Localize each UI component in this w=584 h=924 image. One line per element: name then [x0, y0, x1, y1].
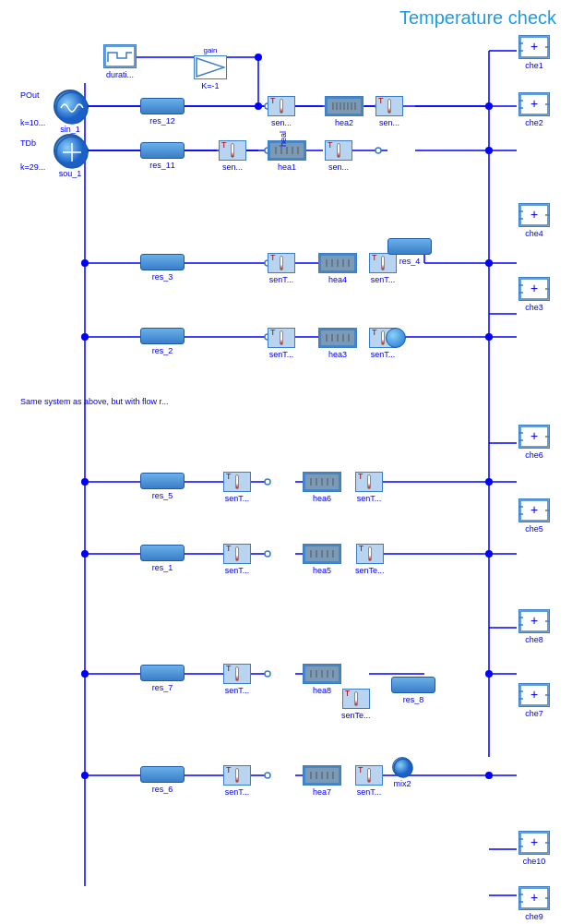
thermo5	[280, 256, 283, 270]
res4-block[interactable]: res_4	[387, 238, 432, 266]
hea5-block[interactable]: hea5	[303, 544, 341, 575]
che2-block[interactable]: + che2	[518, 92, 550, 127]
sen-r2-shape	[219, 140, 246, 161]
res1-block[interactable]: res_1	[140, 545, 185, 572]
sen-top2-block[interactable]: sen...	[375, 96, 403, 127]
thermo8	[381, 330, 385, 345]
svg-point-71	[81, 333, 89, 341]
senT-r12-block[interactable]: senT...	[223, 765, 251, 797]
duration-block[interactable]: durati...	[103, 44, 137, 79]
res11-block[interactable]: res_11	[140, 142, 185, 170]
senT-r12-label: senT...	[225, 787, 250, 797]
senT-r3-block[interactable]: senT...	[268, 253, 295, 284]
senT-r7-block[interactable]: senT...	[223, 472, 251, 503]
hea3-label: hea3	[328, 350, 347, 359]
thermo6	[381, 256, 385, 270]
che5-label: che5	[525, 524, 543, 534]
sen-top1-shape	[268, 96, 295, 116]
duration-shape	[103, 44, 137, 68]
sou1-shape	[54, 134, 87, 167]
senT-r11-label: senT...	[225, 686, 250, 695]
senT-r6-label: senT...	[371, 350, 396, 359]
senT-r7-label: senT...	[225, 494, 250, 503]
svg-point-73	[81, 550, 89, 558]
sin1-block[interactable]: sin_1	[54, 90, 87, 134]
svg-text:+: +	[530, 834, 538, 849]
res3-shape	[140, 254, 185, 270]
che3-block[interactable]: + che3	[518, 277, 550, 312]
senT-r5-block[interactable]: senT...	[268, 328, 295, 359]
che5-shape: +	[518, 498, 550, 522]
senTe-label: senTe...	[341, 711, 371, 720]
hea2-block[interactable]: hea2	[325, 96, 364, 127]
hea3-block[interactable]: hea3	[318, 328, 357, 359]
senT-r8-label: senT...	[357, 494, 382, 503]
gain-shape	[194, 55, 227, 79]
senT-r9-label: senT...	[225, 566, 250, 575]
senTe-shape	[342, 689, 370, 709]
res11-shape	[140, 142, 185, 159]
thermo12	[368, 546, 372, 561]
thermo1	[280, 99, 283, 114]
senT-r13-block[interactable]: senT...	[355, 765, 383, 797]
senT-r10-block[interactable]: senTe...	[355, 544, 385, 575]
svg-text:+: +	[530, 96, 538, 111]
senT-r9-block[interactable]: senT...	[223, 544, 251, 575]
res5-block[interactable]: res_5	[140, 473, 185, 500]
mix2-block[interactable]: mix2	[392, 757, 412, 788]
sin1-param: k=10...	[20, 118, 45, 127]
che5-block[interactable]: + che5	[518, 498, 550, 534]
che7-block[interactable]: + che7	[518, 683, 550, 718]
che4-block[interactable]: + che4	[518, 203, 550, 238]
svg-rect-86	[105, 46, 135, 66]
res5-label: res_5	[152, 491, 173, 500]
che10-label: che10	[523, 857, 546, 866]
hea4-block[interactable]: hea4	[318, 253, 357, 284]
svg-marker-87	[197, 58, 224, 77]
res3-block[interactable]: res_3	[140, 254, 185, 282]
heal-annotation: heal	[279, 131, 288, 147]
che10-block[interactable]: + che10	[518, 831, 550, 866]
res2-shape	[140, 328, 185, 344]
tdb-label: TDb	[20, 138, 36, 148]
senT-r3-label: senT...	[269, 275, 294, 284]
gain-block[interactable]: gain K=-1	[194, 46, 227, 90]
hea6-block[interactable]: hea6	[303, 472, 341, 503]
che1-block[interactable]: + che1	[518, 35, 550, 70]
sin1-label: sin_1	[60, 125, 80, 134]
che8-block[interactable]: + che8	[518, 609, 550, 644]
che6-block[interactable]: + che6	[518, 425, 550, 460]
res1-label: res_1	[152, 563, 173, 572]
hea3-shape	[318, 328, 357, 348]
res2-block[interactable]: res_2	[140, 328, 185, 355]
senT-r11-block[interactable]: senT...	[223, 664, 251, 695]
res6-block[interactable]: res_6	[140, 766, 185, 794]
svg-text:+: +	[530, 502, 538, 517]
sen-top1-block[interactable]: sen...	[268, 96, 295, 127]
svg-text:+: +	[530, 613, 538, 628]
svg-point-80	[265, 479, 270, 485]
sou1-block[interactable]: sou_1	[54, 134, 87, 178]
res12-block[interactable]: res_12	[140, 98, 185, 126]
hea7-label: hea7	[313, 787, 331, 797]
senTe-block[interactable]: senTe...	[341, 689, 371, 720]
res7-block[interactable]: res_7	[140, 665, 185, 692]
che9-block[interactable]: + che9	[518, 886, 550, 921]
svg-point-61	[485, 147, 493, 154]
sen-r2-label: sen...	[222, 162, 243, 172]
hea7-block[interactable]: hea7	[303, 765, 341, 797]
res8-block[interactable]: res_8	[391, 677, 435, 704]
che2-shape: +	[518, 92, 550, 116]
che3-shape: +	[518, 277, 550, 301]
thermo3	[231, 143, 234, 158]
sen-r2-block[interactable]: sen...	[219, 140, 246, 172]
senT-r8-block[interactable]: senT...	[355, 472, 383, 503]
senT-r9-shape	[223, 544, 251, 564]
hea8-block[interactable]: hea8	[303, 664, 341, 695]
sen-r1-block[interactable]: sen...	[325, 140, 352, 172]
thermo15	[235, 768, 239, 783]
svg-point-81	[265, 551, 270, 557]
svg-point-70	[81, 259, 89, 267]
svg-point-142	[394, 759, 412, 777]
che3-label: che3	[525, 303, 543, 312]
